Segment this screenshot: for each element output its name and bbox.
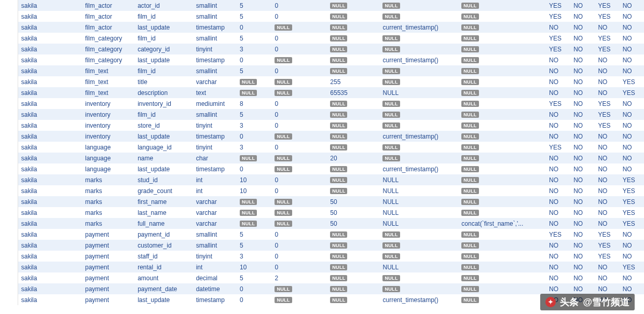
cell-scale[interactable]: 0 [271,120,327,131]
cell-f4[interactable]: YES [620,185,644,196]
table-row[interactable]: sakilafilm_textfilm_idsmallint50NULLNULL… [0,65,644,76]
cell-precision[interactable]: NULL [237,153,271,163]
cell-genexpr[interactable]: NULL [458,44,546,54]
cell-column[interactable]: last_update [134,294,193,305]
cell-table[interactable]: marks [82,185,134,196]
row-gutter[interactable] [0,185,9,196]
cell-f1[interactable]: NO [546,54,570,65]
cell-default[interactable]: NULL [379,142,458,153]
table-row[interactable]: sakilafilm_categorylast_updatetimestamp0… [0,54,644,65]
cell-f4[interactable]: NO [620,163,644,174]
row-gutter[interactable] [0,0,9,11]
row-gutter[interactable] [9,33,18,44]
cell-type[interactable]: smallint [193,109,237,120]
cell-scale[interactable]: 0 [271,142,327,153]
cell-scale[interactable]: NULL [271,163,327,174]
cell-precision[interactable]: 10 [237,185,271,196]
cell-type[interactable]: timestamp [193,294,237,305]
cell-f2[interactable]: NO [570,240,595,251]
cell-f3[interactable]: NO [595,174,619,185]
cell-default[interactable]: current_timestamp() [379,131,458,142]
cell-default[interactable]: NULL [379,109,458,120]
table-row[interactable]: sakilafilm_categorycategory_idtinyint30N… [0,44,644,54]
cell-charlen[interactable]: NULL [327,283,379,294]
cell-type[interactable]: varchar [193,218,237,229]
cell-genexpr[interactable]: NULL [458,272,546,283]
cell-f1[interactable]: NO [546,240,570,251]
cell-f1[interactable]: NO [546,251,570,262]
cell-scale[interactable]: 0 [271,65,327,76]
cell-schema[interactable]: sakila [18,283,82,294]
cell-f4[interactable]: NO [620,33,644,44]
cell-f2[interactable]: NO [570,229,595,240]
cell-charlen[interactable]: NULL [327,294,379,305]
table-row[interactable]: sakilamarksgrade_countint100NULLNULLNULL… [0,185,644,196]
cell-charlen[interactable]: 255 [327,76,379,87]
cell-type[interactable]: timestamp [193,163,237,174]
row-gutter[interactable] [0,131,9,142]
cell-schema[interactable]: sakila [18,294,82,305]
cell-f4[interactable]: YES [620,196,644,207]
cell-precision[interactable]: 3 [237,142,271,153]
cell-column[interactable]: first_name [134,196,193,207]
cell-f1[interactable]: NO [546,283,570,294]
cell-scale[interactable]: 0 [271,98,327,109]
cell-type[interactable]: varchar [193,76,237,87]
cell-f1[interactable]: NO [546,76,570,87]
table-row[interactable]: sakilainventoryinventory_idmediumint80NU… [0,98,644,109]
cell-charlen[interactable]: NULL [327,174,379,185]
cell-default[interactable]: NULL [379,207,458,218]
cell-charlen[interactable]: NULL [327,185,379,196]
cell-charlen[interactable]: 65535 [327,87,379,98]
row-gutter[interactable] [9,185,18,196]
cell-genexpr[interactable]: NULL [458,0,546,11]
cell-genexpr[interactable]: NULL [458,262,546,272]
cell-schema[interactable]: sakila [18,262,82,272]
cell-schema[interactable]: sakila [18,218,82,229]
cell-f3[interactable]: NO [595,87,619,98]
cell-f3[interactable]: YES [595,33,619,44]
cell-f2[interactable]: NO [570,262,595,272]
cell-f4[interactable]: NO [620,0,644,11]
row-gutter[interactable] [9,262,18,272]
row-gutter[interactable] [0,22,9,33]
cell-scale[interactable]: 0 [271,11,327,22]
cell-schema[interactable]: sakila [18,142,82,153]
cell-f4[interactable]: YES [620,76,644,87]
cell-f4[interactable]: YES [620,207,644,218]
row-gutter[interactable] [9,54,18,65]
row-gutter[interactable] [9,0,18,11]
cell-f2[interactable]: NO [570,185,595,196]
cell-schema[interactable]: sakila [18,207,82,218]
cell-schema[interactable]: sakila [18,87,82,98]
cell-schema[interactable]: sakila [18,65,82,76]
cell-column[interactable]: payment_date [134,283,193,294]
row-gutter[interactable] [0,142,9,153]
cell-f2[interactable]: NO [570,44,595,54]
row-gutter[interactable] [0,87,9,98]
cell-schema[interactable]: sakila [18,272,82,283]
cell-f3[interactable]: YES [595,11,619,22]
cell-genexpr[interactable]: NULL [458,207,546,218]
cell-genexpr[interactable]: NULL [458,229,546,240]
cell-default[interactable]: NULL [379,98,458,109]
row-gutter[interactable] [0,218,9,229]
table-row[interactable]: sakilainventoryfilm_idsmallint50NULLNULL… [0,109,644,120]
cell-column[interactable]: film_id [134,65,193,76]
cell-f3[interactable]: NO [595,65,619,76]
cell-f3[interactable]: NO [595,76,619,87]
row-gutter[interactable] [9,283,18,294]
cell-precision[interactable]: NULL [237,76,271,87]
cell-f3[interactable]: YES [595,98,619,109]
cell-column[interactable]: payment_id [134,229,193,240]
cell-precision[interactable]: 5 [237,240,271,251]
cell-type[interactable]: text [193,87,237,98]
cell-f2[interactable]: NO [570,153,595,163]
cell-genexpr[interactable]: NULL [458,65,546,76]
cell-f2[interactable]: NO [570,174,595,185]
cell-scale[interactable]: 0 [271,33,327,44]
cell-default[interactable]: NULL [379,11,458,22]
table-row[interactable]: sakilamarksfull_namevarcharNULLNULL50NUL… [0,218,644,229]
cell-scale[interactable]: NULL [271,294,327,305]
row-gutter[interactable] [0,229,9,240]
